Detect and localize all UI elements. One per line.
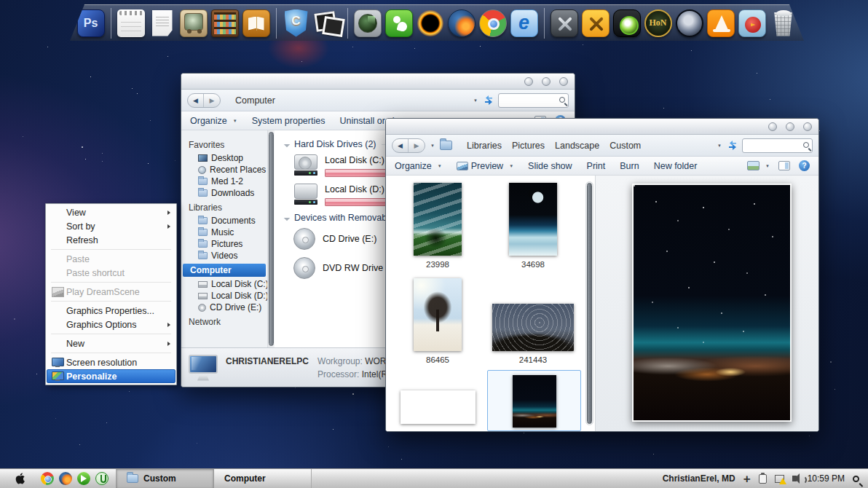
window-button[interactable] (786, 122, 794, 131)
photoshop-icon[interactable]: Ps (77, 9, 105, 37)
search-input[interactable] (502, 95, 555, 106)
system-properties-button[interactable]: System properties (252, 116, 326, 126)
bookshelf-icon[interactable] (211, 9, 239, 37)
file-item[interactable]: 86465 (414, 278, 462, 364)
window-button[interactable] (524, 77, 533, 86)
new-folder-button[interactable]: New folder (654, 161, 698, 171)
search-input[interactable] (746, 140, 799, 151)
window-button[interactable] (542, 77, 551, 86)
refresh-icon[interactable] (727, 141, 738, 151)
address-dropdown-icon[interactable]: ▼ (716, 143, 723, 148)
utorrent-icon[interactable] (95, 472, 108, 485)
search-box[interactable] (498, 93, 569, 108)
group-expander-icon[interactable] (284, 141, 290, 147)
network-warning-icon[interactable] (775, 475, 784, 483)
retro-tv-icon[interactable] (180, 9, 208, 37)
chrome-icon[interactable] (41, 472, 54, 485)
internet-explorer-icon[interactable]: e (510, 9, 538, 37)
menu-item-view[interactable]: View (47, 205, 175, 219)
breadcrumb-item-libraries[interactable]: Libraries (465, 140, 503, 151)
chrome-icon[interactable] (479, 9, 507, 37)
action-center-icon[interactable] (759, 474, 767, 484)
help-icon[interactable]: ? (799, 160, 810, 171)
file-item-selected[interactable] (487, 370, 581, 431)
sidebar-item-cd-drive-e[interactable]: CD Drive (E:) (181, 302, 267, 313)
file-thumbnail[interactable] (414, 278, 462, 351)
sidebar-section-computer[interactable]: Computer (183, 264, 266, 277)
ibooks-icon[interactable] (242, 9, 270, 37)
sidebar-item-music[interactable]: Music (181, 227, 267, 238)
start-button[interactable] (0, 469, 41, 488)
vlc-icon[interactable] (707, 9, 735, 37)
group-expander-icon[interactable] (284, 215, 290, 221)
hon-icon[interactable]: HoN (644, 9, 672, 37)
sidebar-item-local-disk-d[interactable]: Local Disk (D:) (181, 290, 267, 302)
menu-item-new[interactable]: New (47, 337, 175, 350)
taskbar-button-custom[interactable]: Custom (117, 469, 214, 488)
organize-button[interactable]: Organize (190, 116, 237, 126)
breadcrumb-item-landscape[interactable]: Landscape (553, 140, 601, 151)
webcam-icon[interactable] (613, 9, 641, 37)
sidebar-item-desktop[interactable]: Desktop (181, 152, 267, 164)
sidebar-section-libraries[interactable]: Libraries (181, 199, 267, 215)
window-button[interactable] (803, 122, 812, 131)
refresh-icon[interactable] (483, 95, 494, 106)
warcraft-icon[interactable] (676, 9, 703, 37)
back-button[interactable]: ◀ (392, 139, 409, 152)
breadcrumb-item-custom[interactable]: Custom (608, 140, 642, 151)
breadcrumb[interactable]: LibrariesPicturesLandscapeCustom (456, 140, 642, 151)
menu-item-paste[interactable]: Paste (47, 252, 175, 266)
scrollbar-thumb[interactable] (269, 132, 274, 346)
tray-search-icon[interactable] (853, 476, 859, 482)
file-thumbnail[interactable] (509, 183, 557, 256)
file-item[interactable] (401, 390, 476, 428)
sidebar-item-pictures[interactable]: Pictures (181, 238, 267, 250)
messenger-icon[interactable] (385, 9, 413, 37)
address-dropdown-icon[interactable]: ▼ (472, 98, 479, 103)
search-box[interactable] (742, 138, 813, 153)
trash-icon[interactable] (770, 9, 797, 37)
volume-icon[interactable] (792, 476, 797, 481)
breadcrumb-item-pictures[interactable]: Pictures (510, 140, 546, 151)
gray-tools-icon[interactable] (551, 9, 578, 37)
photo-stack-icon[interactable] (314, 9, 342, 37)
sidebar-item-downloads[interactable]: Downloads (181, 187, 267, 199)
tray-expand-icon[interactable]: + (743, 473, 751, 485)
yellow-tools-icon[interactable] (582, 9, 609, 37)
preview-button[interactable]: Preview (457, 161, 513, 171)
slide-show-button[interactable]: Slide show (528, 161, 572, 171)
notepad-icon[interactable] (117, 9, 145, 37)
preview-pane-toggle-icon[interactable] (778, 161, 790, 170)
firefox-icon[interactable] (448, 9, 476, 37)
file-thumbnail[interactable] (401, 390, 476, 424)
sidebar-item-documents[interactable]: Documents (181, 215, 267, 227)
menu-item-play-dreamscene[interactable]: Play DreamScene (47, 285, 175, 299)
breadcrumb-item-computer[interactable]: Computer (234, 95, 277, 106)
sidebar-scrollbar[interactable] (267, 130, 275, 347)
file-thumbnail[interactable] (492, 304, 574, 351)
radar-icon[interactable] (354, 9, 382, 37)
print-button[interactable]: Print (587, 161, 606, 171)
file-thumbnail[interactable] (513, 375, 556, 428)
history-dropdown-icon[interactable]: ▼ (429, 143, 436, 148)
sidebar-section-network[interactable]: Network (181, 313, 267, 329)
window-button[interactable] (559, 77, 568, 86)
back-button[interactable]: ◀ (188, 94, 204, 107)
sidebar-item-recent-places[interactable]: Recent Places (181, 164, 267, 176)
file-item[interactable]: 23998 (414, 183, 462, 269)
file-thumbnail[interactable] (414, 183, 462, 256)
menu-item-sort-by[interactable]: Sort by (47, 219, 175, 233)
window-button[interactable] (768, 122, 777, 131)
sidebar-section-favorites[interactable]: Favorites (181, 136, 267, 152)
forward-button[interactable]: ▶ (204, 94, 220, 107)
sidebar-item-med-1-2[interactable]: Med 1-2 (181, 176, 267, 187)
menu-item-screen-resolution[interactable]: Screen resolution (47, 355, 175, 369)
idm-icon[interactable] (77, 472, 90, 485)
menu-item-paste-shortcut[interactable]: Paste shortcut (47, 266, 175, 280)
scrollbar-thumb[interactable] (587, 183, 592, 424)
sidebar-item-local-disk-c[interactable]: Local Disk (C:) (181, 278, 267, 290)
menu-item-graphics-properties[interactable]: Graphics Properties... (47, 304, 175, 318)
change-view-button[interactable] (747, 161, 770, 170)
file-item[interactable]: 241443 (492, 304, 574, 364)
burn-button[interactable]: Burn (620, 161, 639, 171)
